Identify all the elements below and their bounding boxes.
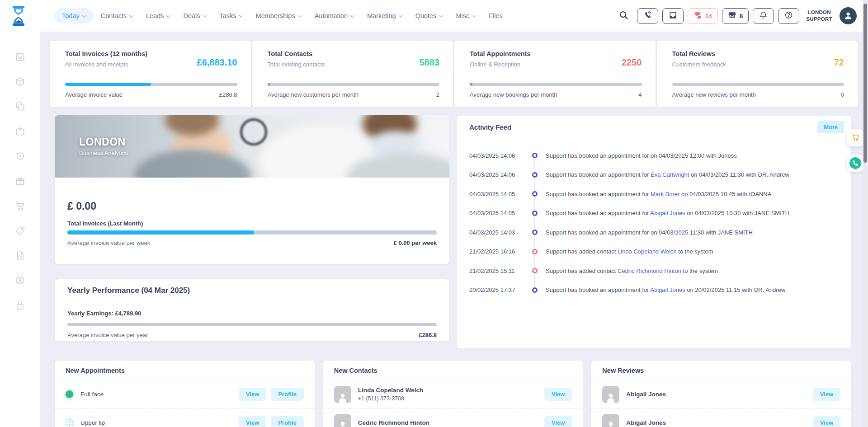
nav-item-label: Quotes <box>415 12 437 19</box>
avatar <box>334 414 351 427</box>
activity-contact-link[interactable]: Mark Borer <box>651 191 679 197</box>
activity-feed-list: 04/03/2025 14:06Support has booked an ap… <box>457 139 851 300</box>
view-button[interactable]: View <box>544 388 572 401</box>
notifications-button[interactable] <box>753 8 774 24</box>
activity-dot <box>532 211 538 216</box>
reports-icon <box>15 250 25 262</box>
store-button[interactable]: 8 <box>722 8 749 24</box>
person-phone: +1 (511) 373-3708 <box>358 395 424 402</box>
nav-item-contacts[interactable]: Contacts <box>95 8 139 23</box>
sidebar-item-cart[interactable] <box>11 197 29 216</box>
account-icon <box>15 275 25 287</box>
avatar <box>602 414 619 427</box>
stat-card-header: Total ReviewsCustomers feedback72 <box>672 50 844 68</box>
activity-contact-link[interactable]: Abigail Jones <box>650 286 685 293</box>
history-icon <box>15 151 25 163</box>
stat-footer-value: 0 <box>841 91 844 98</box>
stat-title: Total Contacts <box>268 50 325 57</box>
activity-more-button[interactable]: More <box>817 121 844 133</box>
nav-item-label: Automation <box>315 12 348 19</box>
appointment-color-dot <box>66 419 73 427</box>
hero-body: £ 0.00 Total Invoices (Last Month) Avera… <box>55 178 449 264</box>
products-icon <box>15 76 25 88</box>
stat-progress-track <box>470 83 642 86</box>
sidebar-item-calendar[interactable]: 12 <box>11 48 29 66</box>
nav-item-quotes[interactable]: Quotes <box>410 8 449 23</box>
calendar-icon: 12 <box>15 52 25 63</box>
profile-button[interactable]: Profile <box>271 388 303 401</box>
nav-item-label: Tasks <box>220 12 236 19</box>
activity-contact-link[interactable]: Cedric Richmond Hinton <box>618 267 681 274</box>
activity-contact-link[interactable]: Abigail Jones <box>650 210 685 216</box>
chat-button[interactable]: 14 <box>688 8 718 24</box>
sidebar-item-history[interactable] <box>11 148 29 166</box>
inbox-button[interactable] <box>662 8 684 24</box>
nav-item-label: Misc <box>456 12 469 19</box>
nav-item-automation[interactable]: Automation <box>309 8 360 23</box>
stat-card-header: Total Invoices (12 months)All invoices a… <box>65 50 237 68</box>
yearly-performance-card: Yearly Performance (04 Mar 2025) Yearly … <box>55 279 449 341</box>
activity-item: 20/02/2025 17:37Support has booked an ap… <box>469 281 842 300</box>
sidebar-item-voucher[interactable] <box>11 222 29 240</box>
sidebar-item-reports[interactable] <box>11 247 29 265</box>
activity-contact-link[interactable]: Linda Copeland Welch <box>618 248 677 255</box>
stat-value: 72 <box>834 57 844 68</box>
sidebar: 12 <box>0 32 40 427</box>
sidebar-item-bookings[interactable] <box>11 123 29 141</box>
scrollbar-thumb[interactable] <box>863 4 867 163</box>
nav-item-files[interactable]: Files <box>483 8 509 23</box>
activity-text-segment: Support has added contact <box>546 267 618 274</box>
activity-text-segment: Support has booked an appointment for <box>546 171 651 178</box>
hero-footer-value: £ 0.00 per week <box>394 239 437 246</box>
sidebar-item-gift[interactable] <box>11 173 29 191</box>
nav-item-memberships[interactable]: Memberships <box>250 8 307 23</box>
stat-value: £6,883.10 <box>197 57 237 68</box>
search-button[interactable] <box>617 9 631 23</box>
activity-item: 04/03/2025 14:03Support has booked an ap… <box>469 223 842 242</box>
activity-timestamp: 04/03/2025 14:06 <box>469 152 530 159</box>
help-button[interactable] <box>778 8 799 24</box>
profile-button[interactable]: Profile <box>271 416 303 427</box>
activity-text-segment: Support has added contact <box>546 248 618 255</box>
app-logo-hourglass-icon[interactable] <box>11 5 26 26</box>
floating-cart-button[interactable] <box>847 129 864 146</box>
cart-icon <box>15 201 25 212</box>
activity-text: Support has added contact Cedric Richmon… <box>546 267 718 274</box>
stat-progress-track <box>65 83 237 86</box>
contact-row: Cedric Richmond HintonView <box>323 408 583 427</box>
nav-item-marketing[interactable]: Marketing <box>361 8 408 23</box>
cart-icon <box>851 132 860 143</box>
chevron-down-icon <box>82 13 86 18</box>
view-button[interactable]: View <box>239 416 266 427</box>
avatar <box>602 386 619 403</box>
nav-item-deals[interactable]: Deals <box>177 8 212 23</box>
sidebar-item-copy[interactable] <box>11 98 29 116</box>
activity-item: 04/03/2025 14:06Support has booked an ap… <box>469 146 842 165</box>
sidebar-item-products[interactable] <box>11 73 29 91</box>
nav-item-today[interactable]: Today <box>54 8 94 23</box>
bookings-icon <box>15 126 25 138</box>
view-button[interactable]: View <box>813 388 840 401</box>
stat-card: Total Invoices (12 months)All invoices a… <box>50 41 251 107</box>
chevron-down-icon <box>439 13 443 18</box>
view-button[interactable]: View <box>544 416 572 427</box>
activity-text-segment: Support has booked an appointment for on… <box>546 152 737 159</box>
new-contacts-title: New Contacts <box>323 361 583 380</box>
activity-item: 21/02/2025 16:16Support has added contac… <box>469 242 842 262</box>
copy-icon <box>15 101 25 113</box>
chevron-down-icon <box>398 13 403 18</box>
activity-text-segment: on 04/03/2025 11:30 with DR. Andrew <box>689 171 789 178</box>
user-avatar[interactable] <box>840 7 857 24</box>
view-button[interactable]: View <box>813 416 840 427</box>
activity-contact-link[interactable]: Eva Cartwright <box>651 171 689 178</box>
view-button[interactable]: View <box>239 388 266 401</box>
nav-item-misc[interactable]: Misc <box>450 8 481 23</box>
activity-text: Support has booked an appointment for on… <box>546 152 737 159</box>
floating-phone-button[interactable] <box>847 155 864 172</box>
gift-icon <box>15 176 25 188</box>
sidebar-item-lock[interactable] <box>11 297 29 315</box>
nav-item-tasks[interactable]: Tasks <box>214 8 249 23</box>
nav-item-leads[interactable]: Leads <box>140 8 176 23</box>
sidebar-item-account[interactable] <box>11 272 29 290</box>
calls-button[interactable] <box>637 8 658 24</box>
